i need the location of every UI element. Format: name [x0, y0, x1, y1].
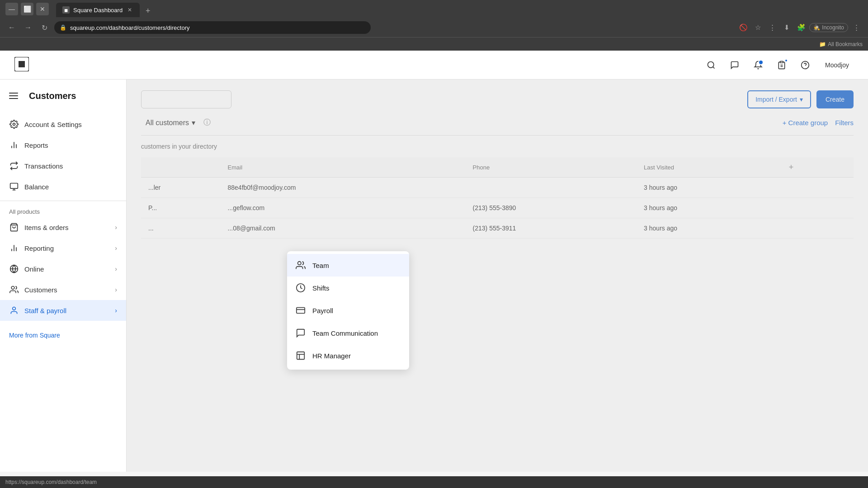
- hamburger-button[interactable]: [9, 89, 24, 103]
- svg-point-23: [298, 262, 301, 265]
- svg-rect-12: [10, 183, 18, 189]
- sidebar-divider-1: [0, 201, 126, 201]
- address-text: squareup.com/dashboard/customers/directo…: [70, 24, 365, 31]
- browser-actions: 🚫 ☆ ⋮ ⬇ 🧩 🕵 Incognito ⋮: [737, 21, 863, 34]
- svg-point-21: [11, 286, 14, 290]
- dropdown-item-hr-manager[interactable]: HR Manager: [287, 344, 409, 367]
- svg-point-2: [708, 61, 714, 67]
- reports-button[interactable]: [774, 57, 790, 73]
- messages-button[interactable]: [726, 57, 743, 73]
- items-icon: [9, 222, 19, 232]
- dropdown-item-team[interactable]: Team: [287, 254, 409, 277]
- bookmarks-item[interactable]: 📁 All Bookmarks: [819, 41, 863, 47]
- incognito-label: Incognito: [822, 24, 844, 31]
- sidebar-label-transactions: Transactions: [24, 162, 63, 170]
- svg-rect-27: [297, 352, 305, 360]
- hamburger-line-3: [9, 98, 18, 99]
- window-controls: — ⬜ ✕: [5, 3, 49, 15]
- incognito-badge[interactable]: 🕵 Incognito: [809, 23, 848, 32]
- dropdown-label-team-communication: Team Communication: [312, 329, 378, 337]
- refresh-button[interactable]: ↻: [38, 21, 51, 34]
- reporting-icon: [9, 243, 19, 253]
- maximize-button[interactable]: ⬜: [21, 3, 33, 15]
- hamburger-line-2: [9, 95, 18, 96]
- sidebar-label-online: Online: [24, 265, 44, 273]
- sidebar-item-transactions[interactable]: Transactions: [0, 155, 126, 176]
- sidebar-item-balance[interactable]: Balance: [0, 176, 126, 197]
- chat-circle-icon: [295, 328, 306, 338]
- tab-title: Square Dashboard: [73, 7, 123, 14]
- profile-button[interactable]: Moodjoy: [821, 59, 854, 71]
- dropdown-label-team: Team: [312, 262, 329, 269]
- status-bar: https://squareup.com/dashboard/team: [0, 476, 868, 488]
- browser-menu-icon[interactable]: ⋮: [766, 21, 778, 34]
- dropdown-item-team-communication[interactable]: Team Communication: [287, 322, 409, 344]
- browser-titlebar: — ⬜ ✕ ◼ Square Dashboard ✕ +: [0, 0, 868, 18]
- sidebar-section-all-products: All products: [0, 205, 126, 217]
- tab-favicon: ◼: [62, 6, 70, 14]
- eye-slash-icon[interactable]: 🚫: [737, 21, 750, 34]
- svg-point-8: [13, 123, 15, 126]
- dropdown-item-shifts[interactable]: Shifts: [287, 277, 409, 299]
- profile-name: Moodjoy: [825, 61, 849, 69]
- new-tab-button[interactable]: +: [142, 5, 154, 17]
- sidebar-item-reports[interactable]: Reports: [0, 135, 126, 155]
- dropdown-label-hr-manager: HR Manager: [312, 352, 351, 360]
- sidebar-item-staff-payroll[interactable]: Staff & payroll ›: [0, 300, 126, 321]
- sidebar-item-reporting[interactable]: Reporting ›: [0, 238, 126, 258]
- extensions-icon[interactable]: 🧩: [795, 21, 807, 34]
- active-tab[interactable]: ◼ Square Dashboard ✕: [56, 3, 140, 17]
- sidebar: Customers Account & Settings Reports: [0, 80, 127, 472]
- svg-rect-3: [780, 61, 783, 62]
- header-logo-area: [14, 57, 29, 73]
- hamburger-line-1: [9, 93, 18, 94]
- dropdown-item-payroll[interactable]: Payroll: [287, 299, 409, 322]
- star-icon[interactable]: ☆: [751, 21, 764, 34]
- clock-icon: [295, 282, 306, 293]
- bell-icon: [754, 61, 763, 70]
- transactions-icon: [9, 161, 19, 171]
- content-overlay: [127, 80, 868, 472]
- staff-icon: [9, 305, 19, 315]
- sidebar-title: Customers: [29, 91, 76, 101]
- sidebar-label-balance: Balance: [24, 183, 49, 191]
- back-button[interactable]: ←: [5, 21, 18, 34]
- staff-payroll-dropdown: Team Shifts Payroll Team C: [287, 251, 409, 370]
- help-button[interactable]: [797, 57, 813, 73]
- browser-toolbar: ← → ↻ 🔒 squareup.com/dashboard/customers…: [0, 18, 868, 37]
- sidebar-item-account-settings[interactable]: Account & Settings: [0, 114, 126, 135]
- search-button[interactable]: [703, 57, 719, 73]
- search-icon: [707, 61, 716, 70]
- address-bar[interactable]: 🔒 squareup.com/dashboard/customers/direc…: [54, 21, 371, 34]
- customers-icon: [9, 285, 19, 295]
- more-from-square[interactable]: More from Square: [0, 324, 126, 346]
- sidebar-item-online[interactable]: Online ›: [0, 258, 126, 279]
- svg-rect-1: [19, 61, 25, 67]
- browser-more-icon[interactable]: ⋮: [850, 21, 863, 34]
- sidebar-label-account-settings: Account & Settings: [24, 121, 82, 128]
- items-orders-chevron-icon: ›: [115, 224, 117, 231]
- svg-rect-25: [297, 308, 305, 314]
- bookmarks-label: All Bookmarks: [828, 41, 863, 47]
- sidebar-nav: Account & Settings Reports Transactions: [0, 110, 126, 324]
- balance-icon: [9, 182, 19, 192]
- close-button[interactable]: ✕: [36, 3, 49, 15]
- header-actions: Moodjoy: [703, 57, 854, 73]
- download-icon[interactable]: ⬇: [780, 21, 793, 34]
- status-url: https://squareup.com/dashboard/team: [5, 479, 97, 485]
- sidebar-label-customers: Customers: [24, 286, 57, 294]
- dropdown-label-payroll: Payroll: [312, 307, 333, 314]
- close-tab-button[interactable]: ✕: [126, 6, 133, 14]
- square-logo: [14, 57, 29, 71]
- sidebar-label-staff-payroll: Staff & payroll: [24, 307, 66, 314]
- notifications-button[interactable]: [750, 57, 766, 73]
- online-chevron-icon: ›: [115, 265, 117, 272]
- sidebar-item-customers[interactable]: Customers ›: [0, 279, 126, 300]
- forward-button[interactable]: →: [22, 21, 34, 34]
- tab-bar: ◼ Square Dashboard ✕ +: [56, 1, 154, 17]
- minimize-button[interactable]: —: [5, 3, 18, 15]
- bar-chart-icon: [9, 140, 19, 150]
- sidebar-item-items-orders[interactable]: Items & orders ›: [0, 217, 126, 238]
- payroll-icon: [295, 305, 306, 316]
- app-header: Moodjoy: [0, 51, 868, 80]
